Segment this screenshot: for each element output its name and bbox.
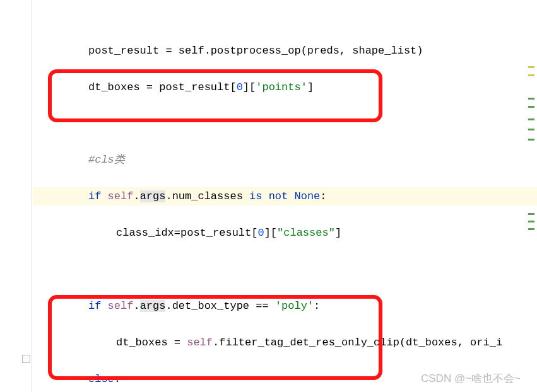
change-marker[interactable] [528, 213, 534, 215]
code-line: if self.args.det_box_type == 'poly': [33, 297, 537, 315]
blank-line [33, 115, 537, 133]
code-line: dt_boxes = post_result[0]['points'] [33, 78, 537, 96]
code-line: else: [33, 370, 537, 388]
blank-line [33, 260, 537, 279]
change-marker[interactable] [528, 228, 534, 230]
fold-icon[interactable] [22, 355, 30, 363]
change-marker[interactable] [528, 106, 534, 108]
code-line: post_result = self.postprocess_op(preds,… [33, 42, 537, 60]
code-line: class_idx=post_result[0]["classes"] [33, 224, 537, 242]
change-marker[interactable] [528, 66, 534, 68]
change-marker[interactable] [528, 74, 534, 76]
line-number-gutter [0, 0, 32, 392]
change-marker[interactable] [528, 98, 534, 100]
code-editor[interactable]: post_result = self.postprocess_op(preds,… [33, 0, 537, 392]
code-line: dt_boxes = self.filter_tag_det_res_only_… [33, 333, 537, 352]
change-marker[interactable] [528, 139, 534, 141]
code-line: if self.args.num_classes is not None: [33, 187, 537, 205]
change-marker[interactable] [528, 118, 534, 120]
code-line: #cls类 [33, 151, 537, 169]
change-marker[interactable] [528, 221, 534, 222]
change-marker[interactable] [528, 129, 534, 130]
